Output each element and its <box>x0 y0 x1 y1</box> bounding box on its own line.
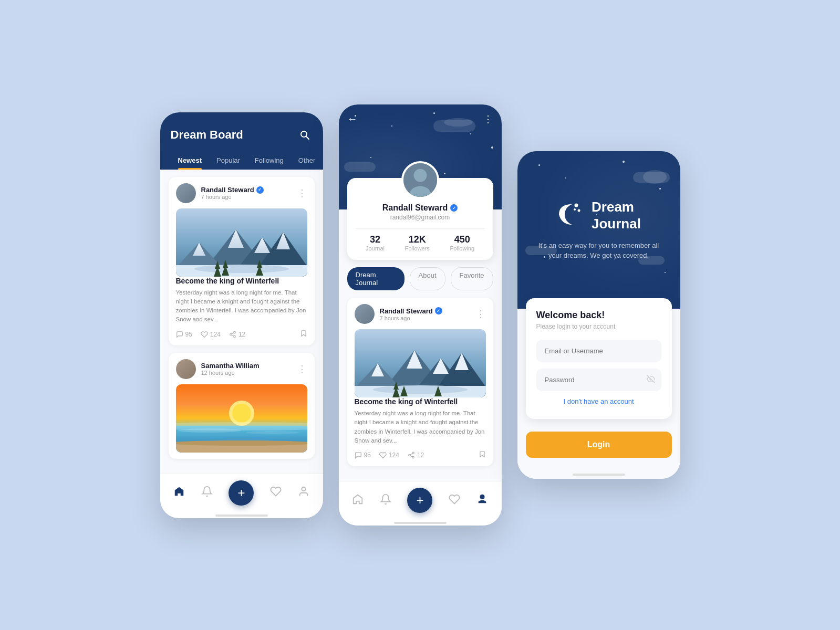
author-name-1: Randall Steward ✓ <box>201 186 264 194</box>
author-name-2: Samantha William <box>201 362 260 370</box>
s2-nav-home[interactable] <box>352 494 364 508</box>
svg-point-33 <box>302 487 305 491</box>
post-header-1: Randall Steward ✓ 7 hours ago ⋮ <box>176 183 307 203</box>
avatar-samantha <box>176 359 196 379</box>
nav-fab-add[interactable]: + <box>229 480 254 506</box>
nav-heart[interactable] <box>270 486 282 500</box>
profile-comment-action[interactable]: 95 <box>355 452 371 459</box>
comment-action-1[interactable]: 95 <box>176 331 192 338</box>
nav-home[interactable] <box>173 486 185 500</box>
svg-point-30 <box>246 431 299 434</box>
welcome-subtitle: Please login to your account <box>536 323 661 330</box>
email-username-input[interactable] <box>536 340 661 362</box>
profile-post-card: Randall Steward ✓ 7 hours ago ⋮ <box>347 298 493 466</box>
profile-verified-icon: ✓ <box>450 204 458 212</box>
svg-point-47 <box>373 385 468 394</box>
stat-followers: 12K Followers <box>405 234 430 251</box>
profile-like-action[interactable]: 124 <box>379 452 399 459</box>
svg-point-29 <box>178 428 241 433</box>
screen2-tabs: Dream Journal About Favorite <box>339 260 502 298</box>
profile-share-action[interactable]: 12 <box>408 452 424 459</box>
svg-point-26 <box>232 404 251 423</box>
s2-nav-bell[interactable] <box>380 494 391 508</box>
post-image-snowy-1 <box>176 208 307 277</box>
more-options-1[interactable]: ⋮ <box>297 187 307 199</box>
screen2-body: Randall Steward ✓ 7 hours ago ⋮ <box>339 298 502 481</box>
more-options-2[interactable]: ⋮ <box>297 363 307 375</box>
svg-point-12 <box>194 265 289 273</box>
profile-post-verified-icon: ✓ <box>435 307 442 314</box>
screen2-bottom-nav: + <box>339 481 502 522</box>
tab-popular[interactable]: Popular <box>209 152 247 170</box>
profile-name: Randall Steward ✓ <box>356 203 485 213</box>
profile-avatar <box>401 161 439 199</box>
svg-point-53 <box>409 454 411 456</box>
tab-about[interactable]: About <box>410 267 445 290</box>
profile-post-more[interactable]: ⋮ <box>476 308 486 320</box>
profile-post-author-info: Randall Steward ✓ 7 hours ago <box>355 304 442 324</box>
screen2-nav: ← ⋮ <box>347 113 493 125</box>
nav-bell[interactable] <box>201 486 213 500</box>
screen1-title: Dream Board <box>171 128 243 142</box>
s2-nav-heart[interactable] <box>449 494 460 508</box>
bookmark-action-1[interactable] <box>300 330 307 339</box>
tab-favorite[interactable]: Favorite <box>451 267 493 290</box>
stat-following: 450 Following <box>450 234 474 251</box>
svg-line-1 <box>306 136 309 139</box>
nav-person[interactable] <box>298 486 309 500</box>
post-card-1: Randall Steward ✓ 7 hours ago ⋮ <box>169 177 315 345</box>
password-input[interactable] <box>536 369 661 391</box>
more-options-profile[interactable]: ⋮ <box>483 113 493 125</box>
password-row <box>536 369 661 391</box>
profile-post-header: Randall Steward ✓ 7 hours ago ⋮ <box>355 304 486 324</box>
no-account-link[interactable]: I don't have an account <box>536 397 661 405</box>
welcome-title: Welcome back! <box>536 310 661 321</box>
svg-point-19 <box>234 331 236 333</box>
logo-row: Dream Journal <box>556 199 641 232</box>
tab-dream-journal[interactable]: Dream Journal <box>347 267 405 290</box>
password-toggle-icon[interactable] <box>647 375 655 385</box>
login-card: Welcome back! Please login to your accou… <box>526 298 672 419</box>
post-time-1: 7 hours ago <box>201 194 264 200</box>
profile-post-avatar <box>355 304 375 324</box>
avatar-randall <box>176 183 196 203</box>
share-action-1[interactable]: 12 <box>229 331 245 338</box>
profile-post-author-name: Randall Steward ✓ <box>380 307 442 315</box>
svg-point-59 <box>574 208 576 211</box>
tabs-row: Newest Popular Following Other <box>171 152 313 170</box>
post-card-2: Samantha William 12 hours ago ⋮ <box>169 353 315 459</box>
svg-point-32 <box>176 440 307 446</box>
post-actions-1: 95 124 12 <box>176 330 307 339</box>
verified-icon-1: ✓ <box>256 186 264 194</box>
svg-point-57 <box>575 204 578 207</box>
post-excerpt-1: Yesterday night was a long night for me.… <box>176 288 307 324</box>
profile-email: randal96@gmail.com <box>356 214 485 221</box>
profile-post-actions: 95 124 12 <box>355 450 486 460</box>
like-action-1[interactable]: 124 <box>201 331 221 338</box>
search-button[interactable] <box>297 127 313 143</box>
tab-following[interactable]: Following <box>247 152 291 170</box>
app-name: Dream Journal <box>592 199 641 232</box>
post-author-info-2: Samantha William 12 hours ago <box>176 359 260 379</box>
moon-icon <box>556 200 585 229</box>
svg-point-58 <box>578 209 580 212</box>
login-button[interactable]: Login <box>526 432 672 458</box>
screen1-bottom-nav: + <box>160 474 323 515</box>
tab-newest[interactable]: Newest <box>171 152 210 170</box>
svg-point-35 <box>413 169 427 182</box>
login-header-bg: Dream Journal It's an easy way for you t… <box>517 151 680 309</box>
profile-bookmark-action[interactable] <box>479 450 486 460</box>
profile-post-title: Become the king of Winterfell <box>355 397 486 406</box>
profile-post-time: 7 hours ago <box>380 315 442 321</box>
screens-container: Dream Board Newest Popular Following Oth… <box>139 83 701 547</box>
svg-point-21 <box>234 335 236 338</box>
s2-nav-fab[interactable]: + <box>407 488 432 513</box>
tab-other[interactable]: Other <box>291 152 323 170</box>
phone-screen2: ← ⋮ Randall Steward ✓ rand <box>339 104 502 526</box>
back-button[interactable]: ← <box>347 113 358 125</box>
svg-point-20 <box>230 333 232 335</box>
svg-point-54 <box>412 456 414 458</box>
s2-nav-person[interactable] <box>476 494 488 508</box>
profile-post-excerpt: Yesterday night was a long night for me.… <box>355 409 486 445</box>
post-image-beach-2 <box>176 384 307 453</box>
